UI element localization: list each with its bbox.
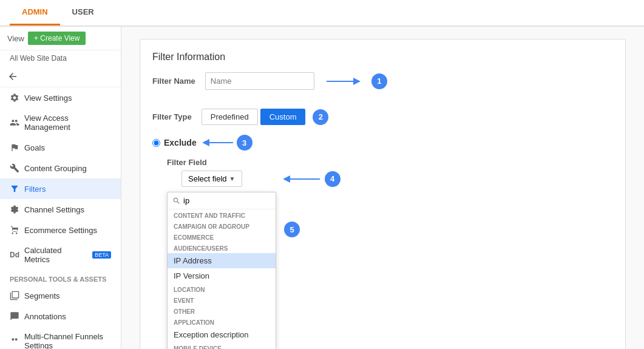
section-other: Other [168,305,276,316]
section-mobile: Mobile Device [168,342,276,349]
sidebar-item-ecommerce[interactable]: Ecommerce Settings [0,220,121,240]
dropdown-search-input[interactable] [183,196,271,205]
section-event: Event [168,294,276,305]
sidebar-item-goals[interactable]: Goals [0,137,121,158]
circle-5: 5 [284,222,300,237]
main-content: Filter Information Filter Name 1 [121,27,644,349]
sidebar: View + Create View All Web Site Data Vie… [0,27,121,349]
filter-name-label: Filter Name [152,76,195,86]
back-icon [7,71,18,82]
sidebar-item-view-settings[interactable]: View Settings [0,87,121,108]
sidebar-back-button[interactable] [0,66,121,87]
sidebar-item-label: Goals [24,143,45,152]
sidebar-item-label: Annotations [24,312,66,321]
sidebar-item-label: View Access Management [24,114,111,132]
predefined-button[interactable]: Predefined [202,109,258,125]
arrow-to-name [327,75,363,87]
circle-2: 2 [313,109,328,125]
section-ecommerce: Ecommerce [168,231,276,242]
sidebar-item-label: View Settings [24,93,72,103]
flag-icon [10,143,19,152]
people-icon [10,118,19,127]
view-label: View [7,34,24,43]
select-field-button[interactable]: Select field ▼ [181,171,242,187]
dd-icon: Dd [10,251,19,259]
tab-admin[interactable]: ADMIN [10,0,60,25]
dropdown-item-ip-version[interactable]: IP Version [168,268,276,283]
filter-icon [10,184,19,194]
segments-icon [10,291,19,300]
all-web-site-data: All Web Site Data [0,50,121,66]
sidebar-item-label: Content Grouping [24,164,87,173]
sidebar-item-label: Ecommerce Settings [24,226,97,235]
circle-1: 1 [371,73,387,89]
filter-information-title: Filter Information [152,52,613,63]
sidebar-item-content-grouping[interactable]: Content Grouping [0,158,121,178]
circle-4: 4 [325,171,341,187]
sidebar-item-label: Filters [24,185,46,194]
create-view-button[interactable]: + Create View [28,32,86,45]
section-audience: Audience/Users [168,242,276,253]
sidebar-item-segments[interactable]: Segments [0,285,121,306]
annotations-icon [10,311,19,321]
beta-badge: BETA [92,251,111,259]
exclude-radio[interactable] [152,139,160,147]
arrow-to-exclude [203,137,233,149]
settings-icon [10,93,19,103]
filter-name-input[interactable] [205,72,314,90]
cart-icon [10,225,19,235]
wrench-icon [10,163,19,173]
sidebar-item-label: Calculated Metrics [24,246,85,264]
filter-type-label: Filter Type [152,112,192,121]
section-campaign: Campaign or AdGroup [168,220,276,231]
sidebar-item-view-access[interactable]: View Access Management [0,108,121,137]
funnels-icon [10,336,19,346]
filter-field-label: Filter Field [167,158,613,167]
circle-3: 3 [237,135,253,151]
sidebar-item-annotations[interactable]: Annotations [0,306,121,327]
sidebar-item-label: Channel Settings [24,205,84,214]
dropdown-item-exception-desc[interactable]: Exception description [168,327,276,342]
search-icon [172,197,181,205]
sidebar-item-channel-settings[interactable]: Channel Settings [0,199,121,220]
sidebar-item-multi-channel[interactable]: Multi-Channel Funnels Settings [0,327,121,349]
channel-settings-icon [10,205,19,214]
sidebar-section-personal: Personal Tools & Assets [0,269,121,285]
select-field-label: Select field [188,174,227,183]
tab-user[interactable]: USER [60,0,106,25]
dropdown-item-ip-address[interactable]: IP Address [168,253,276,268]
custom-button[interactable]: Custom [260,109,306,125]
section-application: Application [168,316,276,327]
sidebar-item-label: Multi-Channel Funnels Settings [24,332,111,349]
arrow-to-dropdown [283,173,320,185]
exclude-label: Exclude [164,138,197,147]
section-location: Location [168,283,276,294]
dropdown-menu: Content and Traffic Campaign or AdGroup … [167,192,613,349]
sidebar-item-calculated-metrics[interactable]: Dd Calculated Metrics BETA [0,240,121,269]
section-content-traffic: Content and Traffic [168,209,276,220]
chevron-down-icon: ▼ [229,175,236,182]
sidebar-item-label: Segments [24,291,60,300]
sidebar-item-filters[interactable]: Filters [0,178,121,199]
